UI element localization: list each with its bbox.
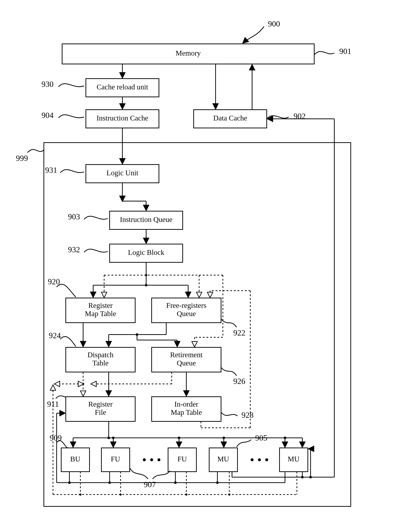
svg-point-57	[150, 458, 153, 461]
register-file-l2: File	[95, 408, 106, 417]
ref-904: 904	[42, 111, 54, 120]
retirement-queue-l1: Retirement	[170, 351, 203, 359]
svg-point-50	[178, 437, 180, 439]
logic-unit-label: Logic Unit	[106, 169, 138, 177]
bu-label: BU	[70, 455, 80, 463]
memory-label: Memory	[176, 49, 201, 57]
fu-label-2: FU	[177, 455, 187, 463]
svg-point-48	[112, 437, 115, 439]
free-registers-queue-l2: Queue	[177, 310, 196, 318]
ellipsis-icon-2	[251, 458, 268, 461]
fu-label-1: FU	[111, 455, 120, 463]
free-registers-queue-l1: Free-registers	[166, 301, 206, 310]
ref-930: 930	[42, 80, 54, 89]
in-order-map-table-l2: Map Table	[171, 408, 202, 417]
ref-922: 922	[233, 328, 245, 337]
ref-928: 928	[242, 411, 254, 420]
ref-932: 932	[68, 245, 80, 254]
ref-903: 903	[68, 212, 80, 221]
diagram-canvas: 900 Memory 901 Cache reload unit 930 Ins…	[0, 0, 403, 532]
register-map-table-l1: Register	[88, 301, 112, 310]
svg-point-58	[157, 458, 160, 461]
mu-label-1: MU	[217, 455, 229, 463]
ref-905: 905	[255, 433, 267, 443]
ref-901: 901	[339, 47, 351, 56]
svg-point-59	[251, 458, 254, 461]
ref-900: 900	[268, 19, 280, 28]
data-cache-label: Data Cache	[213, 114, 247, 122]
ref-902: 902	[294, 112, 306, 121]
ref-909: 909	[50, 433, 62, 443]
ref-926: 926	[233, 377, 245, 386]
svg-point-60	[258, 458, 261, 461]
ref-920: 920	[48, 277, 60, 286]
ref-999: 999	[16, 154, 28, 163]
ref-907: 907	[144, 480, 156, 489]
instruction-queue-label: Instruction Queue	[120, 215, 173, 224]
ref-924: 924	[49, 331, 61, 340]
dispatch-table-l2: Table	[93, 359, 109, 367]
cache-reload-unit-label: Cache reload unit	[97, 83, 148, 91]
register-file-l1: Register	[88, 400, 112, 408]
in-order-map-table-l1: In-order	[174, 400, 198, 408]
svg-point-27	[136, 333, 138, 336]
svg-point-52	[223, 437, 225, 439]
svg-point-89	[301, 476, 304, 478]
instruction-cache-label: Instruction Cache	[96, 114, 148, 122]
svg-point-61	[265, 458, 268, 461]
mu-label-2: MU	[288, 455, 300, 463]
dispatch-table-l1: Dispatch	[87, 351, 113, 359]
retirement-queue-l2: Queue	[177, 359, 196, 367]
ellipsis-icon	[143, 458, 160, 461]
register-map-table-l2: Map Table	[85, 310, 116, 318]
logic-block-label: Logic Block	[128, 248, 164, 256]
svg-point-16	[145, 274, 147, 276]
ref-911: 911	[47, 400, 59, 409]
ref-931: 931	[45, 166, 57, 175]
svg-point-54	[284, 437, 286, 439]
svg-point-56	[143, 458, 146, 461]
